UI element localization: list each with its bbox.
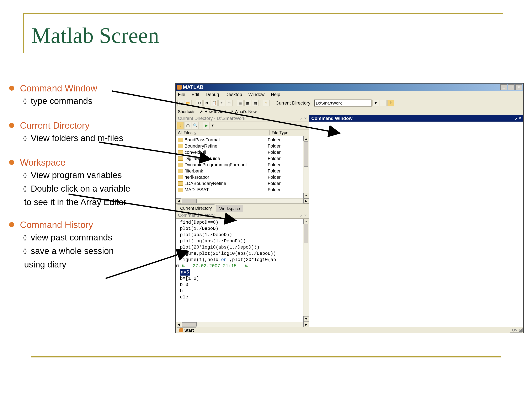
file-row[interactable]: LDABoundaryRefineFolder bbox=[176, 180, 303, 187]
resize-grip-icon[interactable] bbox=[519, 328, 523, 332]
minimize-button[interactable]: _ bbox=[500, 84, 507, 90]
outline-sub: ⟨⟩ View program variables bbox=[23, 169, 180, 181]
open-file-icon[interactable]: 📂 bbox=[185, 100, 192, 106]
simulink-icon[interactable]: ䷀ bbox=[237, 100, 244, 106]
new-folder-icon[interactable]: ▢ bbox=[184, 122, 191, 129]
history-line[interactable]: find(DepoD==0) bbox=[180, 219, 303, 226]
menu-file[interactable]: File bbox=[178, 92, 185, 97]
file-row[interactable]: heriksRaporFolder bbox=[176, 174, 303, 180]
scroll-thumb[interactable] bbox=[182, 322, 196, 326]
new-file-icon[interactable]: ▢ bbox=[177, 100, 184, 106]
guide-icon[interactable]: ▦ bbox=[244, 100, 251, 106]
scroll-thumb[interactable] bbox=[304, 141, 308, 167]
history-line[interactable]: plot(abs(1./DepoD)) bbox=[180, 232, 303, 238]
start-button[interactable]: Start bbox=[177, 327, 196, 333]
bullet-dot-icon bbox=[9, 86, 14, 91]
history-line-selected[interactable]: a=5 bbox=[180, 269, 303, 276]
scroll-down-icon[interactable]: ▼ bbox=[304, 316, 309, 322]
horizontal-scrollbar[interactable]: ◀ ▶ bbox=[176, 198, 309, 203]
shortcut-how-to-add[interactable]: ↗How to Add bbox=[200, 109, 226, 114]
file-row[interactable]: convexhullFolder bbox=[176, 149, 303, 155]
horizontal-scrollbar[interactable]: ◀ ▶ bbox=[176, 322, 309, 327]
panel-title-text: Command Window bbox=[311, 116, 352, 121]
profiler-icon[interactable]: ▤ bbox=[252, 100, 259, 106]
maximize-button[interactable]: □ bbox=[508, 84, 514, 90]
undock-icon[interactable]: ↗ bbox=[300, 116, 303, 121]
outline-sub-text: view past commands bbox=[31, 232, 112, 244]
close-button[interactable]: × bbox=[515, 84, 522, 90]
menu-desktop[interactable]: Desktop bbox=[225, 92, 242, 97]
matlab-window: MATLAB _ □ × File Edit Debug Desktop Win… bbox=[175, 83, 524, 333]
menu-window[interactable]: Window bbox=[248, 92, 265, 97]
undock-icon[interactable]: ↗ bbox=[514, 116, 517, 121]
window-titlebar[interactable]: MATLAB _ □ × bbox=[176, 83, 523, 91]
svg-rect-4 bbox=[521, 330, 522, 331]
history-line-date[interactable]: ⊟ %-- 27.02.2007 21:15 --% bbox=[176, 263, 303, 269]
current-directory-panel-title[interactable]: Current Directory - D:\SmartWork ↗ × bbox=[176, 115, 309, 122]
history-line[interactable]: b=0 bbox=[180, 282, 303, 288]
bullet-dot-icon bbox=[9, 123, 14, 128]
history-line[interactable]: plot(20*log10(abs(1./DepoD))) bbox=[180, 244, 303, 251]
tab-current-directory[interactable]: Current Directory bbox=[177, 204, 215, 212]
up-folder-icon[interactable]: ⇧ bbox=[177, 122, 184, 129]
svg-rect-2 bbox=[522, 329, 522, 330]
col-all-files: All Files bbox=[178, 130, 192, 135]
undo-icon[interactable]: ↶ bbox=[218, 100, 225, 106]
menu-edit[interactable]: Edit bbox=[191, 92, 199, 97]
paste-icon[interactable]: 📋 bbox=[211, 100, 218, 106]
menu-debug[interactable]: Debug bbox=[206, 92, 219, 97]
scroll-right-icon[interactable]: ▶ bbox=[304, 322, 309, 327]
scroll-down-icon[interactable]: ▼ bbox=[304, 193, 309, 198]
scroll-thumb[interactable] bbox=[182, 199, 196, 203]
history-line[interactable]: figure,plot(20*log10(abs(1./DepoD)) bbox=[180, 251, 303, 257]
vertical-scrollbar[interactable]: ▲ ▼ bbox=[303, 219, 309, 322]
scroll-left-icon[interactable]: ◀ bbox=[176, 322, 181, 327]
file-row[interactable]: DynamicProgrammingFormantFolder bbox=[176, 162, 303, 168]
history-line[interactable]: plot(1./DepoD) bbox=[180, 226, 303, 232]
bullet-ring-icon: ⟨⟩ bbox=[23, 234, 31, 241]
dropdown-arrow-icon[interactable]: ▼ bbox=[372, 100, 379, 106]
scroll-left-icon[interactable]: ◀ bbox=[176, 198, 181, 203]
copy-icon[interactable]: ⧉ bbox=[203, 100, 210, 106]
help-icon[interactable]: ? bbox=[263, 100, 270, 106]
history-line[interactable]: plot(log(abs(1./DepoD))) bbox=[180, 238, 303, 244]
command-history-panel-title[interactable]: Command History ↗ × bbox=[176, 212, 309, 219]
history-line[interactable]: b bbox=[180, 288, 303, 294]
history-line[interactable]: clc bbox=[180, 294, 303, 300]
file-row[interactable]: DigitalwaveGuideFolder bbox=[176, 155, 303, 162]
history-line[interactable]: figure(1),hold on ,plot(20*log10(ab bbox=[180, 257, 303, 263]
scroll-thumb[interactable] bbox=[304, 224, 308, 243]
current-directory-value: D:\SmartWork bbox=[316, 101, 342, 106]
scroll-right-icon[interactable]: ▶ bbox=[304, 198, 309, 203]
file-row[interactable]: MAD_ESATFolder bbox=[176, 187, 303, 193]
browse-button[interactable]: … bbox=[380, 100, 386, 106]
current-directory-field[interactable]: D:\SmartWork bbox=[314, 100, 372, 107]
tab-workspace[interactable]: Workspace bbox=[216, 205, 243, 212]
file-list-header[interactable]: All Files △ File Type bbox=[176, 129, 309, 136]
redo-icon[interactable]: ↷ bbox=[226, 100, 233, 106]
file-row[interactable]: BoundaryRefineFolder bbox=[176, 143, 303, 149]
file-row[interactable]: BandPassFormatFolder bbox=[176, 137, 303, 143]
scroll-up-icon[interactable]: ▲ bbox=[304, 136, 309, 141]
close-panel-icon[interactable]: × bbox=[304, 213, 307, 218]
dropdown-arrow-icon[interactable]: ▼ bbox=[211, 124, 214, 127]
close-panel-icon[interactable]: × bbox=[304, 116, 307, 121]
command-window-panel-title[interactable]: Command Window ↗ × bbox=[309, 115, 523, 122]
close-panel-icon[interactable]: × bbox=[519, 116, 521, 121]
menu-help[interactable]: Help bbox=[271, 92, 280, 97]
up-folder-icon[interactable]: ⇧ bbox=[387, 100, 394, 106]
outline-sub: ⟨⟩ save a whole session bbox=[23, 245, 180, 257]
cut-icon[interactable]: ✂ bbox=[196, 100, 203, 106]
scroll-up-icon[interactable]: ▲ bbox=[304, 219, 309, 224]
undock-icon[interactable]: ↗ bbox=[300, 213, 303, 218]
shortcut-whats-new[interactable]: ↗What's New bbox=[230, 109, 257, 114]
current-directory-toolbar: ⇧ ▢ 🔍 ▶ ▼ bbox=[176, 122, 309, 129]
history-line[interactable]: b=[1 2] bbox=[180, 276, 303, 282]
vertical-scrollbar[interactable]: ▲ ▼ bbox=[303, 136, 309, 198]
bullet-dot-icon bbox=[9, 160, 14, 165]
find-icon[interactable]: 🔍 bbox=[192, 122, 199, 129]
command-window-body[interactable] bbox=[309, 122, 523, 327]
outline-sub: ⟨⟩ type commands bbox=[23, 95, 180, 107]
file-row[interactable]: filterbankFolder bbox=[176, 168, 303, 174]
run-icon[interactable]: ▶ bbox=[203, 122, 210, 129]
